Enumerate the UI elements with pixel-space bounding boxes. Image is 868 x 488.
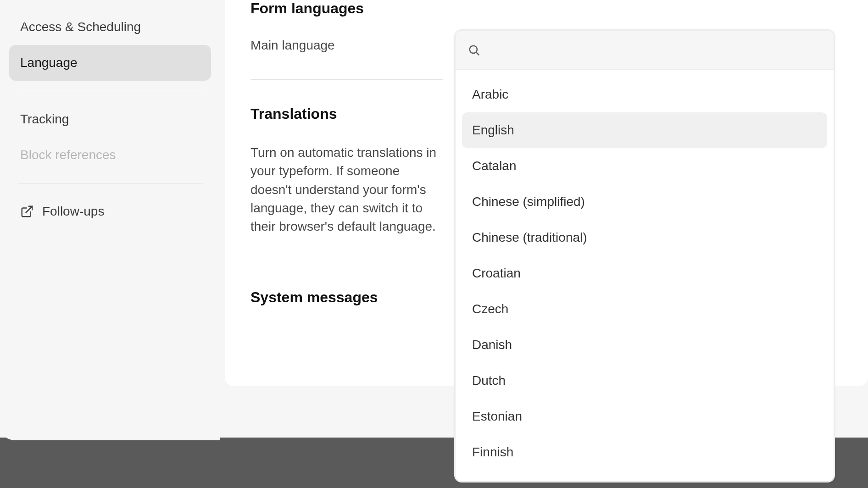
language-option-label: Dutch — [472, 373, 506, 388]
language-option-croatian[interactable]: Croatian — [462, 255, 827, 291]
svg-line-2 — [476, 52, 479, 55]
sidebar-divider — [17, 91, 203, 91]
language-option-label: Arabic — [472, 87, 508, 102]
language-option-label: Czech — [472, 302, 508, 316]
search-icon — [467, 44, 480, 56]
sidebar-item-access-scheduling[interactable]: Access & Scheduling — [9, 9, 211, 45]
sidebar-divider — [17, 183, 203, 183]
sidebar-item-label: Block references — [20, 148, 116, 162]
language-option-english[interactable]: English — [462, 112, 827, 148]
language-search-bar[interactable] — [456, 31, 834, 70]
language-option-list[interactable]: Arabic English Catalan Chinese (simplifi… — [456, 70, 834, 481]
sidebar-item-language[interactable]: Language — [9, 45, 211, 81]
language-option-arabic[interactable]: Arabic — [462, 77, 827, 112]
sidebar-item-block-references: Block references — [9, 137, 211, 173]
language-option-chinese-traditional[interactable]: Chinese (traditional) — [462, 220, 827, 255]
language-option-estonian[interactable]: Estonian — [462, 399, 827, 434]
language-option-czech[interactable]: Czech — [462, 291, 827, 327]
form-languages-heading: Form languages — [250, 0, 868, 17]
language-option-label: Catalan — [472, 159, 517, 173]
sidebar-item-follow-ups[interactable]: Follow-ups — [9, 194, 211, 229]
section-divider — [250, 263, 443, 263]
language-option-danish[interactable]: Danish — [462, 327, 827, 363]
language-search-input[interactable] — [488, 43, 822, 57]
sidebar-item-label: Follow-ups — [42, 204, 104, 219]
language-option-label: Estonian — [472, 409, 522, 424]
settings-sidebar: Access & Scheduling Language Tracking Bl… — [0, 0, 220, 440]
language-option-catalan[interactable]: Catalan — [462, 148, 827, 184]
sidebar-item-label: Access & Scheduling — [20, 20, 141, 34]
sidebar-item-label: Language — [20, 55, 78, 70]
language-option-label: English — [472, 123, 514, 138]
language-dropdown: Arabic English Catalan Chinese (simplifi… — [454, 29, 835, 482]
language-option-label: Chinese (simplified) — [472, 194, 585, 209]
section-divider — [250, 79, 443, 80]
language-option-label: Danish — [472, 338, 512, 352]
sidebar-item-tracking[interactable]: Tracking — [9, 101, 211, 137]
language-option-dutch[interactable]: Dutch — [462, 363, 827, 399]
language-option-chinese-simplified[interactable]: Chinese (simplified) — [462, 184, 827, 220]
language-option-label: Chinese (traditional) — [472, 230, 587, 245]
translations-description: Turn on automatic translations in your t… — [250, 144, 439, 236]
language-option-label: Croatian — [472, 266, 521, 281]
external-link-icon — [20, 205, 34, 218]
sidebar-item-label: Tracking — [20, 112, 69, 127]
language-option-label: Finnish — [472, 445, 513, 460]
language-option-finnish[interactable]: Finnish — [462, 434, 827, 470]
svg-line-0 — [26, 206, 33, 213]
